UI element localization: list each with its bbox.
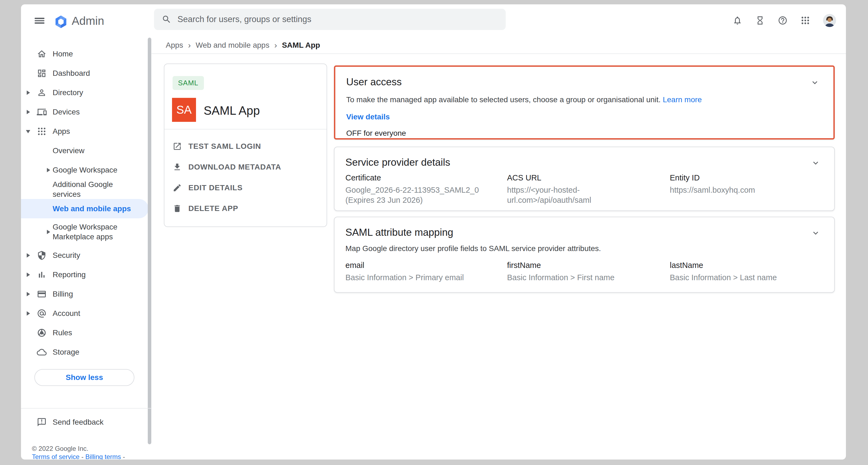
home-icon [37, 49, 46, 59]
expand-right-icon [27, 292, 30, 296]
user-access-description: To make the managed app available to sel… [346, 95, 823, 104]
service-provider-panel[interactable]: Service provider details Certificate Goo… [334, 147, 835, 211]
menu-icon[interactable] [35, 18, 44, 24]
download-metadata-button[interactable]: DOWNLOAD METADATA [164, 157, 327, 178]
sidebar-item-storage[interactable]: Storage [21, 342, 152, 362]
delete-icon [173, 204, 182, 213]
notifications-icon[interactable] [733, 16, 742, 25]
certificate-field: Certificate Google_2026-6-22-113953_SAML… [345, 173, 507, 205]
user-access-status: OFF for everyone [346, 129, 823, 137]
edit-details-button[interactable]: EDIT DETAILS [164, 178, 327, 198]
lastname-mapping-field: lastName Basic Information > Last name [670, 261, 777, 283]
user-access-panel[interactable]: User access To make the managed app avai… [334, 65, 835, 140]
help-icon[interactable] [778, 16, 787, 25]
sidebar-item-rules[interactable]: Rules [21, 323, 152, 342]
breadcrumb-separator: › [188, 41, 191, 50]
breadcrumb-current-saml-app: SAML App [282, 41, 320, 50]
sidebar-item-devices[interactable]: Devices [21, 102, 152, 122]
header-divider [152, 54, 846, 54]
breadcrumb-apps[interactable]: Apps [166, 41, 183, 50]
sidebar-nav: Home Dashboard Directory Devices Apps [21, 44, 152, 362]
expand-right-icon [27, 311, 30, 316]
saml-type-badge: SAML [173, 76, 204, 90]
breadcrumb-separator: › [274, 41, 277, 50]
admin-console-window: Admin [21, 4, 846, 460]
chevron-down-icon[interactable] [811, 158, 820, 168]
open-in-new-icon [173, 142, 182, 151]
sidebar-item-reporting[interactable]: Reporting [21, 265, 152, 284]
sidebar-item-web-and-mobile-apps[interactable]: Web and mobile apps [21, 199, 149, 218]
sidebar-item-marketplace-apps[interactable]: Google Workspace Marketplace apps [21, 218, 152, 246]
sidebar-item-account[interactable]: Account [21, 304, 152, 323]
sidebar-item-home[interactable]: Home [21, 44, 152, 63]
entity-id-field: Entity ID https://saml.boxyhq.com [670, 173, 755, 205]
hourglass-icon[interactable] [755, 16, 765, 25]
devices-icon [37, 107, 46, 117]
delete-app-button[interactable]: DELETE APP [164, 198, 327, 219]
app-summary-card: SAML SA SAML App TEST SAML LOGIN DOWNLOA… [164, 63, 327, 227]
expand-right-icon [27, 253, 30, 257]
copyright-text: © 2022 Google Inc. [32, 445, 88, 453]
service-provider-title: Service provider details [345, 156, 823, 168]
dashboard-icon [37, 68, 46, 78]
footer-links: Terms of service - Billing terms - [32, 453, 125, 460]
feedback-icon [37, 417, 46, 427]
show-less-button[interactable]: Show less [34, 369, 134, 386]
breadcrumb-web-and-mobile-apps[interactable]: Web and mobile apps [196, 41, 269, 50]
email-mapping-field: email Basic Information > Primary email [345, 261, 507, 283]
wheel-icon [37, 328, 46, 338]
search-input[interactable] [177, 14, 492, 25]
google-admin-logo [54, 15, 68, 29]
breadcrumb: Apps › Web and mobile apps › SAML App [166, 37, 320, 54]
sidebar-item-apps[interactable]: Apps [21, 122, 152, 141]
expand-right-icon [47, 230, 50, 234]
edit-icon [173, 183, 182, 192]
shield-icon [37, 250, 46, 260]
attribute-mapping-title: SAML attribute mapping [345, 226, 823, 239]
sidebar-item-google-workspace[interactable]: Google Workspace [21, 160, 152, 180]
download-icon [173, 162, 182, 172]
search-icon [162, 14, 172, 24]
acs-url-field: ACS URL https://<your-hosted- url.com>/a… [507, 173, 670, 205]
at-sign-icon [37, 309, 46, 318]
expand-down-icon [26, 130, 30, 133]
sidebar-item-overview[interactable]: Overview [21, 141, 152, 160]
expand-right-icon [27, 110, 30, 114]
bar-chart-icon [37, 270, 46, 280]
app-avatar: SA [172, 98, 196, 122]
card-divider [164, 129, 327, 129]
learn-more-link[interactable]: Learn more [663, 95, 702, 104]
sidebar-item-security[interactable]: Security [21, 246, 152, 265]
app-title: SAML App [204, 104, 260, 118]
sidebar-scrollbar[interactable] [148, 38, 151, 444]
apps-dots-icon [37, 126, 46, 136]
test-saml-login-button[interactable]: TEST SAML LOGIN [164, 136, 327, 157]
terms-of-service-link[interactable]: Terms of service [32, 453, 80, 460]
sidebar-footer-divider [21, 408, 152, 409]
avatar[interactable] [823, 14, 836, 27]
sidebar-item-directory[interactable]: Directory [21, 83, 152, 102]
chevron-down-icon[interactable] [810, 78, 820, 88]
chevron-down-icon[interactable] [811, 228, 820, 238]
person-icon [37, 88, 46, 98]
user-access-title: User access [346, 76, 823, 88]
billing-terms-link[interactable]: Billing terms [85, 453, 121, 460]
expand-right-icon [27, 91, 30, 95]
desktop-background: Admin [0, 0, 868, 465]
sidebar-item-additional-google-services[interactable]: Additional Google services [21, 180, 152, 199]
credit-card-icon [37, 289, 46, 299]
sidebar-item-billing[interactable]: Billing [21, 284, 152, 304]
sidebar-item-dashboard[interactable]: Dashboard [21, 63, 152, 83]
expand-right-icon [47, 168, 50, 172]
apps-grid-icon[interactable] [800, 16, 810, 25]
attribute-mapping-panel[interactable]: SAML attribute mapping Map Google direct… [334, 217, 835, 293]
firstname-mapping-field: firstName Basic Information > First name [507, 261, 670, 283]
view-details-link[interactable]: View details [346, 113, 823, 121]
attribute-mapping-description: Map Google directory user profile fields… [345, 244, 823, 253]
cloud-icon [37, 347, 46, 357]
search-bar[interactable] [154, 9, 506, 30]
send-feedback-button[interactable]: Send feedback [21, 413, 152, 432]
expand-right-icon [27, 273, 30, 277]
product-title: Admin [72, 14, 104, 28]
